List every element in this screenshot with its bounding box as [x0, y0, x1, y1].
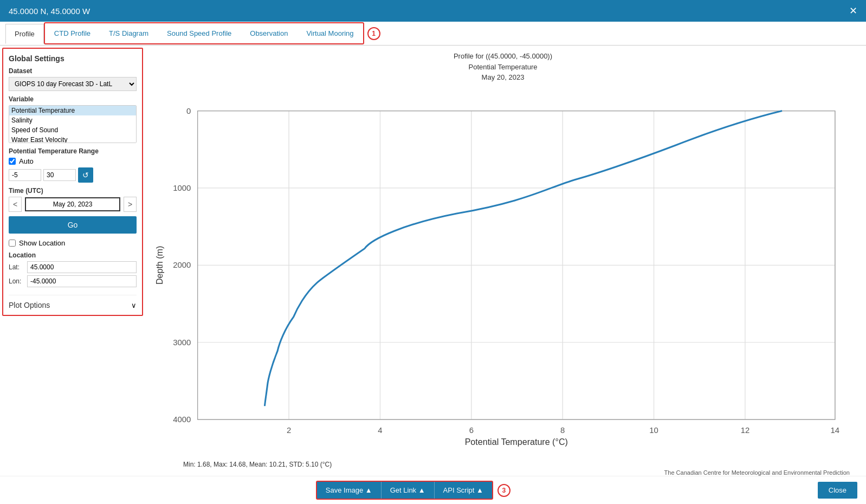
svg-text:14: 14 [831, 425, 840, 434]
tab-ctd-profile[interactable]: CTD Profile [45, 23, 100, 43]
chart-title-line1: Profile for ((45.0000, -45.0000)) [454, 52, 552, 60]
date-input[interactable] [25, 197, 120, 211]
save-image-button[interactable]: Save Image ▲ [317, 482, 382, 499]
tabs-bar: Profile CTD Profile T/S Diagram Sound Sp… [0, 22, 866, 46]
body-layout: 2 Global Settings Dataset GIOPS 10 day F… [0, 46, 866, 476]
dataset-select[interactable]: GIOPS 10 day Forecast 3D - LatL [9, 77, 137, 91]
sidebar-wrapper: 2 Global Settings Dataset GIOPS 10 day F… [0, 46, 145, 476]
range-row: -5 30 ↺ [9, 167, 137, 183]
plot-options-row[interactable]: Plot Options ∨ [9, 295, 137, 309]
range-max-input[interactable]: 30 [43, 169, 76, 181]
svg-text:8: 8 [560, 425, 565, 434]
range-label: Potential Temperature Range [9, 147, 137, 155]
tab-virtual-mooring[interactable]: Virtual Mooring [297, 23, 363, 43]
svg-text:0: 0 [186, 106, 191, 115]
chart-wrapper: 2 4 6 8 10 12 14 Potential Temperature (… [151, 85, 855, 459]
chart-title-line2: Potential Temperature [469, 63, 538, 71]
titlebar-close-button[interactable]: ✕ [849, 5, 857, 17]
title-bar: 45.0000 N, 45.0000 W ✕ [0, 0, 866, 22]
location-section: Location Lat: Lon: [9, 251, 137, 287]
chart-area: Profile for ((45.0000, -45.0000)) Potent… [145, 46, 866, 476]
variable-label: Variable [9, 95, 137, 103]
api-script-button[interactable]: API Script ▲ [435, 482, 492, 499]
tab-observation[interactable]: Observation [241, 23, 297, 43]
annotation-3: 3 [497, 484, 510, 497]
close-button[interactable]: Close [818, 482, 857, 499]
chart-attribution: The Canadian Centre for Meteorological a… [151, 469, 855, 476]
svg-text:2: 2 [287, 425, 291, 434]
bottom-button-group: Save Image ▲ Get Link ▲ API Script ▲ [316, 481, 493, 500]
range-reset-button[interactable]: ↺ [78, 167, 93, 183]
chart-title: Profile for ((45.0000, -45.0000)) Potent… [151, 51, 855, 83]
auto-row: Auto [9, 157, 137, 165]
prev-date-button[interactable]: < [9, 197, 22, 212]
show-location-label: Show Location [19, 239, 65, 247]
dataset-label: Dataset [9, 67, 137, 75]
svg-text:10: 10 [649, 425, 658, 434]
plot-options-label: Plot Options [9, 301, 50, 309]
lon-input[interactable] [27, 275, 137, 287]
tab-sound-speed-profile[interactable]: Sound Speed Profile [158, 23, 241, 43]
svg-text:2000: 2000 [173, 261, 191, 269]
variable-list[interactable]: Potential Temperature Salinity Speed of … [9, 105, 137, 143]
window-title: 45.0000 N, 45.0000 W [9, 7, 90, 16]
svg-text:6: 6 [469, 425, 474, 434]
profile-chart: 2 4 6 8 10 12 14 Potential Temperature (… [151, 85, 855, 459]
svg-text:4000: 4000 [173, 415, 191, 424]
auto-label: Auto [19, 157, 34, 165]
svg-text:Depth (m): Depth (m) [154, 245, 164, 284]
show-location-checkbox[interactable] [9, 240, 16, 247]
main-content: Profile CTD Profile T/S Diagram Sound Sp… [0, 22, 866, 504]
get-link-button[interactable]: Get Link ▲ [382, 482, 435, 499]
lat-row: Lat: [9, 261, 137, 273]
auto-checkbox[interactable] [9, 158, 16, 165]
svg-text:3000: 3000 [173, 338, 191, 346]
bottom-bar: Save Image ▲ Get Link ▲ API Script ▲ 3 C… [0, 476, 866, 504]
tab-group: CTD Profile T/S Diagram Sound Speed Prof… [44, 22, 364, 44]
lat-input[interactable] [27, 261, 137, 273]
bottom-center: Save Image ▲ Get Link ▲ API Script ▲ 3 [9, 481, 818, 500]
annotation-1: 1 [367, 27, 380, 40]
svg-text:Potential Temperature (°C): Potential Temperature (°C) [465, 437, 568, 447]
svg-text:12: 12 [741, 425, 750, 434]
lon-label: Lon: [9, 277, 24, 285]
tab-profile[interactable]: Profile [5, 24, 44, 44]
chart-title-line3: May 20, 2023 [482, 73, 525, 81]
lat-label: Lat: [9, 263, 24, 271]
go-button[interactable]: Go [9, 216, 137, 234]
lon-row: Lon: [9, 275, 137, 287]
time-row: < > [9, 197, 137, 212]
sidebar-title: Global Settings [9, 54, 137, 63]
show-location-row: Show Location [9, 239, 137, 247]
svg-text:4: 4 [378, 425, 382, 434]
location-label: Location [9, 251, 137, 259]
svg-text:1000: 1000 [173, 183, 191, 192]
tab-ts-diagram[interactable]: T/S Diagram [100, 23, 158, 43]
plot-options-chevron: ∨ [131, 301, 137, 309]
chart-stats: Min: 1.68, Max: 14.68, Mean: 10.21, STD:… [151, 461, 855, 468]
sidebar: Global Settings Dataset GIOPS 10 day For… [2, 48, 143, 316]
next-date-button[interactable]: > [124, 197, 137, 212]
time-label: Time (UTC) [9, 187, 137, 195]
range-min-input[interactable]: -5 [9, 169, 41, 181]
